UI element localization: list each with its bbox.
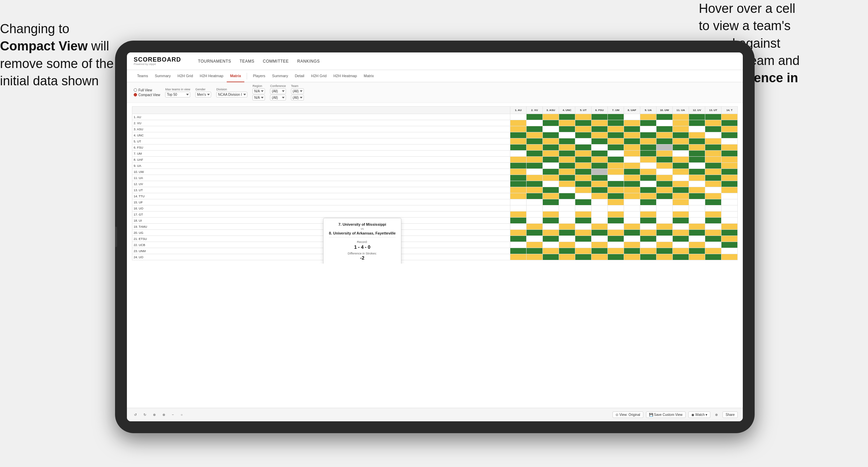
matrix-cell[interactable] (721, 205, 738, 212)
matrix-cell[interactable] (592, 157, 608, 163)
matrix-cell[interactable] (592, 242, 608, 248)
matrix-cell[interactable] (705, 242, 721, 248)
matrix-cell[interactable] (673, 242, 689, 248)
matrix-cell[interactable] (608, 187, 624, 193)
matrix-cell[interactable] (656, 181, 673, 187)
matrix-cell[interactable] (721, 169, 738, 175)
matrix-cell[interactable] (527, 169, 543, 175)
matrix-cell[interactable] (527, 218, 543, 224)
matrix-cell[interactable] (559, 138, 575, 144)
matrix-cell[interactable] (543, 218, 559, 224)
matrix-cell[interactable] (673, 114, 689, 120)
matrix-cell[interactable] (689, 242, 705, 248)
matrix-cell[interactable] (592, 126, 608, 132)
matrix-cell[interactable] (689, 175, 705, 181)
matrix-cell[interactable] (689, 193, 705, 199)
matrix-cell[interactable] (510, 132, 527, 138)
matrix-cell[interactable] (559, 157, 575, 163)
matrix-cell[interactable] (673, 120, 689, 126)
matrix-cell[interactable] (559, 254, 575, 260)
matrix-cell[interactable] (510, 157, 527, 163)
matrix-cell[interactable] (592, 114, 608, 120)
matrix-cell[interactable] (624, 169, 640, 175)
matrix-cell[interactable] (559, 120, 575, 126)
matrix-cell[interactable] (689, 151, 705, 157)
matrix-cell[interactable] (608, 199, 624, 205)
matrix-cell[interactable] (575, 236, 592, 242)
matrix-cell[interactable] (689, 144, 705, 151)
matrix-cell[interactable] (624, 175, 640, 181)
matrix-cell[interactable] (575, 175, 592, 181)
matrix-cell[interactable] (721, 236, 738, 242)
nav-teams[interactable]: TEAMS (240, 58, 254, 65)
matrix-cell[interactable] (527, 236, 543, 242)
matrix-cell[interactable] (624, 120, 640, 126)
matrix-cell[interactable] (543, 144, 559, 151)
redo-button[interactable]: ↻ (141, 412, 148, 418)
matrix-cell[interactable] (673, 169, 689, 175)
matrix-cell[interactable] (608, 114, 624, 120)
matrix-cell[interactable] (640, 169, 656, 175)
matrix-cell[interactable] (673, 224, 689, 230)
matrix-cell[interactable] (575, 218, 592, 224)
matrix-cell[interactable] (705, 199, 721, 205)
matrix-cell[interactable] (510, 175, 527, 181)
matrix-cell[interactable] (640, 144, 656, 151)
watch-button[interactable]: ◉ Watch ▾ (688, 412, 711, 418)
matrix-cell[interactable] (673, 230, 689, 236)
matrix-cell[interactable] (592, 138, 608, 144)
share-button[interactable]: Share (722, 412, 738, 418)
matrix-cell[interactable] (527, 224, 543, 230)
matrix-cell[interactable] (543, 132, 559, 138)
matrix-cell[interactable] (656, 248, 673, 254)
matrix-cell[interactable] (608, 212, 624, 218)
matrix-cell[interactable] (575, 181, 592, 187)
matrix-cell[interactable] (559, 230, 575, 236)
matrix-cell[interactable] (640, 230, 656, 236)
matrix-cell[interactable] (721, 126, 738, 132)
matrix-cell[interactable] (656, 151, 673, 157)
matrix-cell[interactable] (721, 242, 738, 248)
conference-select1[interactable]: (All) (270, 88, 286, 94)
matrix-cell[interactable] (592, 132, 608, 138)
toolbar-btn1[interactable]: ⊕ (151, 412, 158, 418)
matrix-cell[interactable] (592, 199, 608, 205)
matrix-cell[interactable] (640, 114, 656, 120)
matrix-cell[interactable] (705, 120, 721, 126)
matrix-cell[interactable] (656, 175, 673, 181)
matrix-cell[interactable] (527, 205, 543, 212)
matrix-cell[interactable] (673, 193, 689, 199)
matrix-cell[interactable] (689, 163, 705, 169)
matrix-cell[interactable] (510, 120, 527, 126)
matrix-cell[interactable] (673, 144, 689, 151)
matrix-cell[interactable] (689, 254, 705, 260)
matrix-cell[interactable] (559, 126, 575, 132)
matrix-cell[interactable] (559, 242, 575, 248)
matrix-cell[interactable] (656, 163, 673, 169)
matrix-cell[interactable] (624, 230, 640, 236)
max-teams-select[interactable]: Top 50 (165, 92, 190, 97)
matrix-cell[interactable] (510, 199, 527, 205)
matrix-cell[interactable] (527, 144, 543, 151)
matrix-cell[interactable] (592, 248, 608, 254)
matrix-cell[interactable] (640, 181, 656, 187)
matrix-cell[interactable] (592, 212, 608, 218)
matrix-cell[interactable] (689, 187, 705, 193)
matrix-cell[interactable] (510, 138, 527, 144)
team-select2[interactable]: (All) (291, 95, 304, 101)
matrix-cell[interactable] (640, 151, 656, 157)
toolbar-btn2[interactable]: ⊕ (160, 412, 167, 418)
matrix-cell[interactable] (689, 169, 705, 175)
matrix-cell[interactable] (640, 218, 656, 224)
matrix-cell[interactable] (575, 248, 592, 254)
gender-select[interactable]: Men's (195, 92, 211, 97)
matrix-cell[interactable] (721, 224, 738, 230)
matrix-cell[interactable] (656, 242, 673, 248)
matrix-cell[interactable] (624, 181, 640, 187)
matrix-cell[interactable] (543, 126, 559, 132)
matrix-cell[interactable] (559, 175, 575, 181)
matrix-cell[interactable] (543, 138, 559, 144)
matrix-cell[interactable] (543, 151, 559, 157)
matrix-cell[interactable] (673, 254, 689, 260)
matrix-cell[interactable] (575, 205, 592, 212)
